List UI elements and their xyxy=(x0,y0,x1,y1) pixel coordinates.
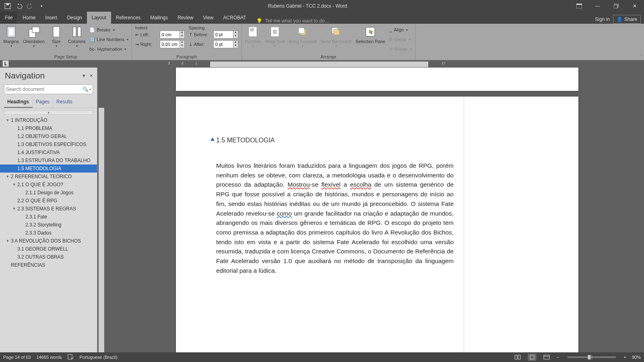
document-body-paragraph[interactable]: Muitos livros literários foram traduzido… xyxy=(216,161,454,275)
group-paragraph: Indent ⇤ Left: ▲▼ ⇥ Right: ▲▼ Spacing ⤒ … xyxy=(132,24,242,60)
nav-item[interactable]: 2.3.2 Storytelling xyxy=(0,221,97,229)
navigation-search[interactable]: 🔍 ▾ xyxy=(4,84,93,94)
zoom-out-button[interactable]: − xyxy=(557,355,559,360)
nav-item[interactable]: 3.2 OUTRAS OBRAS xyxy=(0,253,97,261)
save-icon[interactable] xyxy=(4,2,11,10)
customize-qat-icon[interactable]: ▾ xyxy=(38,2,45,10)
navigation-search-input[interactable] xyxy=(6,86,83,92)
navigation-close-icon[interactable]: ✕ xyxy=(89,73,93,78)
size-icon xyxy=(50,25,63,38)
navigation-title: Navigation xyxy=(5,71,45,80)
nav-item[interactable]: 2.3.1 Fate xyxy=(0,213,97,221)
tree-twisty-icon[interactable]: ▼ xyxy=(12,207,16,211)
nav-item[interactable]: 1.3 ESTRUTURA DO TRABALHO xyxy=(0,156,97,165)
nav-item[interactable]: 1.3 OBJETIVOS ESPECÍFICOS xyxy=(0,140,97,148)
spacing-after-icon: ⤓ xyxy=(189,42,192,47)
redo-icon[interactable] xyxy=(27,2,34,10)
search-icon[interactable]: 🔍 xyxy=(83,86,89,92)
status-language[interactable]: Portuguese (Brazil) xyxy=(80,355,118,360)
zoom-level[interactable]: 90% xyxy=(632,355,641,360)
navigation-collapse-all[interactable]: ▲ xyxy=(4,111,93,115)
heading-collapse-icon[interactable] xyxy=(211,138,215,141)
vertical-ruler[interactable]: 12345678910111213141516171819 xyxy=(97,68,105,353)
svg-rect-10 xyxy=(53,27,60,37)
web-layout-icon[interactable] xyxy=(542,354,551,361)
nav-item-label: 3 A REVOLUÇÃO DOS BICHOS xyxy=(11,238,81,244)
sign-in-link[interactable]: Sign in xyxy=(595,16,610,22)
nav-tab-results[interactable]: Results xyxy=(53,97,76,108)
nav-item[interactable]: ▼2.3 SISTEMAS E REGRAS xyxy=(0,205,97,213)
tree-twisty-icon[interactable]: ▼ xyxy=(6,239,10,243)
search-dropdown-icon[interactable]: ▾ xyxy=(89,88,91,91)
close-button[interactable]: ✕ xyxy=(625,0,644,12)
navigation-dropdown-icon[interactable]: ▼ xyxy=(82,73,86,78)
tab-review[interactable]: Review xyxy=(173,12,198,24)
nav-item[interactable]: 2.1.1 Design de Jogos xyxy=(0,189,97,197)
nav-item[interactable]: ▼1 INTRODUÇÃO xyxy=(0,116,97,124)
tab-selector[interactable]: L xyxy=(2,60,9,67)
print-layout-icon[interactable] xyxy=(528,354,537,361)
nav-item[interactable]: 1.4 JUSTIFICATIVA xyxy=(0,148,97,156)
undo-icon[interactable] xyxy=(15,2,23,10)
tree-twisty-icon[interactable]: ▼ xyxy=(12,183,16,187)
share-button[interactable]: 👤 Share xyxy=(613,15,641,24)
proofing-icon[interactable] xyxy=(68,354,74,360)
nav-item[interactable]: 1.2 OBJETIVO GERAL xyxy=(0,132,97,140)
nav-item[interactable]: ▼2.1 O QUE É JOGO? xyxy=(0,181,97,189)
zoom-in-button[interactable]: + xyxy=(624,355,626,360)
nav-tab-headings[interactable]: Headings xyxy=(4,97,33,108)
tab-layout[interactable]: Layout xyxy=(87,12,111,24)
ribbon: Margins▾ Orientation▾ Size▾ Columns▾ 📄Br… xyxy=(0,24,644,60)
nav-item[interactable]: 1.5 METODOLOGIA xyxy=(0,165,97,173)
indent-left-input[interactable]: ▲▼ xyxy=(160,31,185,39)
tab-mailings[interactable]: Mailings xyxy=(145,12,173,24)
size-button[interactable]: Size▾ xyxy=(47,25,66,53)
collapse-ribbon-icon[interactable]: ˇ xyxy=(640,55,642,59)
spacing-after-input[interactable]: ▲▼ xyxy=(213,40,238,48)
ribbon-display-options-icon[interactable] xyxy=(570,0,588,12)
line-numbers-button[interactable]: 🔢Line Numbers▾ xyxy=(88,35,130,44)
restore-button[interactable] xyxy=(607,0,625,12)
page-current[interactable]: 1.5 METODOLOGIA Muitos livros literários… xyxy=(176,97,578,353)
tab-home[interactable]: Home xyxy=(18,12,40,24)
tree-twisty-icon[interactable]: ▼ xyxy=(6,175,10,179)
nav-item[interactable]: 2.2 O QUE É RPG xyxy=(0,197,97,205)
selection-pane-button[interactable]: Selection Pane xyxy=(354,25,387,53)
zoom-slider[interactable] xyxy=(568,356,616,358)
tab-view[interactable]: View xyxy=(198,12,219,24)
indent-right-icon: ⇥ xyxy=(135,42,139,47)
columns-button[interactable]: Columns▾ xyxy=(66,25,87,53)
breaks-button[interactable]: 📄Breaks▾ xyxy=(88,25,130,34)
nav-item[interactable]: 2.3.3 Dados xyxy=(0,229,97,237)
tree-twisty-icon[interactable]: ▼ xyxy=(6,118,10,122)
nav-tab-pages[interactable]: Pages xyxy=(33,97,53,108)
minimize-button[interactable]: ― xyxy=(588,0,607,12)
tab-acrobat[interactable]: ACROBAT xyxy=(218,12,251,24)
read-mode-icon[interactable] xyxy=(513,354,522,361)
tab-design[interactable]: Design xyxy=(62,12,87,24)
tab-file[interactable]: File xyxy=(0,12,18,24)
tell-me-search[interactable]: 💡 Tell me what you want to do... xyxy=(251,18,328,24)
nav-item[interactable]: REFERÊNCIAS xyxy=(0,261,97,269)
group-label-page-setup: Page Setup xyxy=(2,53,130,60)
margins-button[interactable]: Margins▾ xyxy=(2,25,21,53)
indent-left-label: Left: xyxy=(140,32,158,37)
tab-references[interactable]: References xyxy=(111,12,145,24)
nav-item[interactable]: 1.1 PROBLEMA xyxy=(0,124,97,132)
nav-item[interactable]: 3.1 GEORGE ORWELL xyxy=(0,245,97,253)
hyphenation-button[interactable]: bc‑Hyphenation▾ xyxy=(88,45,130,53)
align-button[interactable]: ⎯Align▾ xyxy=(388,25,413,34)
spacing-before-input[interactable]: ▲▼ xyxy=(213,31,238,39)
nav-item[interactable]: ▼3 A REVOLUÇÃO DOS BICHOS xyxy=(0,237,97,245)
tab-insert[interactable]: Insert xyxy=(40,12,62,24)
rotate-button[interactable]: ⟳Rotate▾ xyxy=(388,45,413,53)
status-words[interactable]: 14665 words xyxy=(37,355,62,360)
document-heading[interactable]: 1.5 METODOLOGIA xyxy=(216,137,454,144)
horizontal-ruler[interactable]: L 32112345678910111213141517 xyxy=(0,60,644,68)
document-area[interactable]: 1.5 METODOLOGIA Muitos livros literários… xyxy=(105,68,644,353)
orientation-button[interactable]: Orientation▾ xyxy=(21,25,46,53)
group-button[interactable]: ⧉Group▾ xyxy=(388,35,413,44)
status-page[interactable]: Page 14 of 63 xyxy=(3,355,31,360)
nav-item[interactable]: ▼2 REFERENCIAL TEÓRICO xyxy=(0,173,97,181)
indent-right-input[interactable]: ▲▼ xyxy=(160,40,185,48)
